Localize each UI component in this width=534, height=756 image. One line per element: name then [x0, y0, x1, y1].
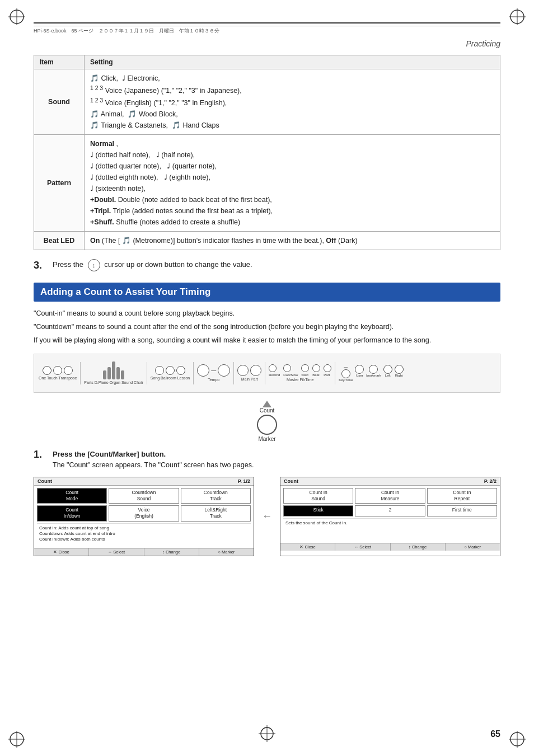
kbd-r-btn-5 — [324, 364, 331, 372]
screen2-desc: Sets the sound of the Count In. — [283, 518, 497, 541]
screen1-row2: CountIn/down Voice(English) Left&RightTr… — [37, 505, 251, 521]
screen2-cell-2: 2 — [355, 505, 425, 516]
step3-text: Press the ↕ cursor up or down button to … — [53, 259, 252, 271]
col-setting: Setting — [85, 55, 500, 69]
screen2-btn-change[interactable]: ↕ Change — [391, 543, 446, 551]
kbd-right-section: Rewind Fwd/Slow Start Beat — [269, 364, 331, 382]
step3-row: 3. Press the ↕ cursor up or down button … — [34, 259, 500, 271]
screen2-cell-firsttime: First time — [427, 505, 497, 516]
kbd-fr-2: User — [355, 365, 364, 382]
kbd-fr-sub1: Key/Tone — [339, 378, 353, 382]
kbd-fr-sub4: Left — [385, 374, 391, 377]
screen2-btn-close[interactable]: ✕ Close — [280, 543, 335, 551]
screen1-btn-select[interactable]: ↔ Select — [89, 548, 144, 556]
screen2-btn-select[interactable]: ↔ Select — [335, 543, 390, 551]
pattern-line6: +Doubl. Double (note added to back beat … — [90, 196, 272, 204]
screen2-title: Count — [284, 478, 298, 484]
count-arrow — [263, 401, 271, 407]
section-heading: Adding a Count to Assist Your Timing — [34, 283, 500, 302]
screen-arrow: ← — [260, 477, 274, 556]
kbd-fr-5: Right — [395, 365, 404, 382]
kbd-fr-sub3: bookmark — [366, 374, 381, 377]
screen2-cell-stick: Stick — [283, 505, 353, 516]
count-label: Count — [260, 407, 275, 414]
screen2-row2: Stick 2 First time — [283, 505, 497, 516]
kbd-left-section: One Touch Transpose — [39, 366, 77, 380]
count-circle — [257, 415, 277, 435]
kbd-fr-label1: — — [344, 365, 348, 369]
kbd-fr-btn-3 — [369, 365, 378, 374]
screen1-cell-count-indown: CountIn/down — [37, 505, 107, 521]
kbd-sep-3 — [193, 362, 194, 384]
screen2-cell-countin-sound: Count InSound — [283, 488, 353, 504]
screen1-title: Count — [38, 478, 52, 484]
kbd-btn-1 — [43, 366, 51, 375]
pattern-line2: ♩ (dotted half note), ♩ (half note), — [90, 151, 195, 159]
screen2-title-bar: Count P. 2/2 — [280, 477, 500, 486]
kbd-sep-5 — [265, 362, 265, 384]
kbd-tempo-knob-2 — [218, 364, 230, 377]
screen1-cell-countdown-sound: CountdownSound — [109, 488, 179, 504]
slider-3 — [112, 361, 115, 379]
screen1-cell-voice-eng: Voice(English) — [109, 505, 179, 521]
screen1-btn-close[interactable]: ✕ Close — [34, 548, 89, 556]
pattern-line3: ♩ (dotted quarter note), ♩ (quarter note… — [90, 162, 217, 170]
screen1-desc: Count In: Adds count at top of song Coun… — [37, 523, 251, 546]
sound-line3: 1 2 3 Voice (English) ("1," "2," "3" in … — [90, 99, 227, 107]
screens-row: Count P. 1/2 CountMode CountdownSound Co… — [34, 477, 500, 556]
pattern-line5: ♩ (sixteenth note), — [90, 185, 146, 192]
kbd-label-vol: Main Part — [241, 377, 258, 381]
kbd-far-right: — Key/Tone User bookmark Left — [339, 365, 403, 382]
step1-number: 1. — [34, 449, 47, 461]
kbd-label-mid: Song Ballroom Lesson — [151, 376, 190, 380]
screen1-btn-change[interactable]: ↕ Change — [144, 548, 199, 556]
slider-5 — [121, 370, 124, 379]
cursor-icon: ↕ — [88, 259, 100, 271]
pattern-line1: Normal , — [90, 140, 118, 148]
kbd-right-col2: Fwd/Slow — [283, 364, 298, 377]
kbd-btn-2 — [53, 366, 62, 375]
screen2-body: Count InSound Count InMeasure Count InRe… — [280, 486, 500, 543]
sound-line2: 1 2 3 Voice (Japanese) ("1," "2," "3" in… — [90, 87, 242, 95]
kbd-fr-1: — Key/Tone — [339, 365, 353, 382]
kbd-r-label3: Start — [301, 373, 309, 377]
screen-arrow-icon: ← — [262, 510, 272, 522]
kbd-vol-btn-1 — [237, 365, 249, 376]
kbd-sep-6 — [335, 362, 335, 384]
kbd-vol-section: Main Part — [237, 365, 261, 381]
kbd-mid-btn-1 — [155, 366, 164, 375]
kbd-sep-1 — [80, 362, 81, 384]
step1-para: The "Count" screen appears. The "Count" … — [53, 460, 500, 471]
kbd-slider-section: Parts D.Piano Organ Sound Choir — [84, 361, 143, 384]
beat-led-text: On (The [ 🎵 (Metronome)] button's indica… — [90, 237, 358, 245]
table-row-sound: Sound 🎵 Click, ♩ Electronic, 1 2 3 Voice… — [34, 69, 500, 135]
kbd-dash: — — [211, 368, 216, 373]
screen1-row1: CountMode CountdownSound CountdownTrack — [37, 488, 251, 504]
screen1-btn-marker[interactable]: ○ Marker — [199, 548, 254, 556]
screen1-cell-countdown-track: CountdownTrack — [181, 488, 251, 504]
kbd-fr-sub2: User — [356, 374, 363, 377]
kbd-sep-4 — [233, 362, 234, 384]
count-balloon: Count Marker — [257, 401, 277, 442]
page-number: 65 — [490, 729, 500, 739]
kbd-vol-btn-2 — [250, 365, 261, 376]
kbd-tempo-knob-1 — [197, 364, 209, 377]
slider-2 — [107, 367, 111, 379]
kbd-label-right: Master FilrTime — [287, 378, 313, 382]
header-meta: HPi-6S-e.book 65 ページ ２００７年１１月１９日 月曜日 午前１… — [34, 26, 500, 35]
kbd-r-label4: Beat — [312, 373, 320, 377]
kbd-r-btn-4 — [312, 364, 320, 372]
kbd-r-label2: Fwd/Slow — [283, 373, 298, 377]
para-3: If you will be playing along with a song… — [34, 335, 500, 346]
screen1-footer: ✕ Close ↔ Select ↕ Change ○ Marker — [34, 548, 254, 556]
screen1-cell-leftright: Left&RightTrack — [181, 505, 251, 521]
count-balloon-area: Count Marker — [34, 401, 500, 442]
kbd-sep-2 — [147, 362, 147, 384]
kbd-r-label: Rewind — [269, 373, 280, 377]
step1-title: Press the [Count/Marker] button. — [53, 450, 500, 458]
setting-pattern: Normal , ♩ (dotted half note), ♩ (half n… — [85, 135, 500, 232]
sound-line5: 🎵 Triangle & Castanets, 🎵 Hand Claps — [90, 121, 219, 129]
screen2-btn-marker[interactable]: ○ Marker — [446, 543, 500, 551]
kbd-fr-btn-2 — [355, 365, 364, 374]
slider-1 — [103, 370, 106, 379]
